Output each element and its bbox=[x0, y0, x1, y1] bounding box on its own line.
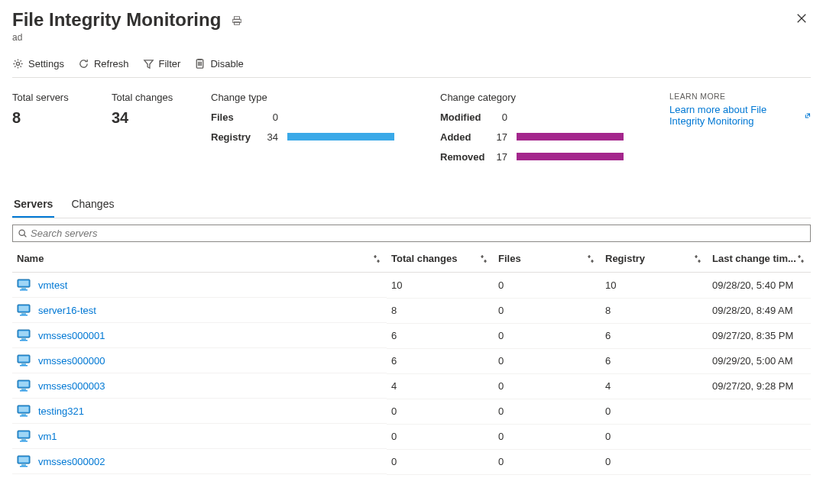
cell-registry: 10 bbox=[601, 273, 708, 299]
svg-rect-43 bbox=[21, 464, 26, 466]
svg-rect-23 bbox=[21, 338, 26, 340]
removed-bar bbox=[517, 153, 624, 160]
toolbar: Settings Refresh Filter Disable bbox=[12, 58, 811, 78]
svg-rect-19 bbox=[21, 313, 26, 315]
server-link[interactable]: server16-test bbox=[38, 305, 96, 316]
cell-files: 0 bbox=[494, 399, 601, 424]
added-bar bbox=[517, 133, 624, 141]
svg-rect-31 bbox=[21, 389, 26, 390]
tab-servers[interactable]: Servers bbox=[12, 192, 54, 218]
cell-last bbox=[708, 399, 811, 424]
cell-total: 0 bbox=[387, 399, 494, 424]
close-button[interactable] bbox=[792, 9, 811, 27]
disable-label: Disable bbox=[210, 58, 243, 69]
modified-value: 0 bbox=[494, 111, 517, 123]
table-row: vmsses00000160609/27/20, 8:35 PM bbox=[12, 323, 811, 348]
col-name[interactable]: Name bbox=[12, 245, 387, 273]
svg-rect-39 bbox=[21, 439, 26, 441]
cell-total: 6 bbox=[387, 348, 494, 373]
registry-value: 34 bbox=[264, 131, 287, 143]
cell-total: 8 bbox=[387, 298, 494, 323]
svg-rect-42 bbox=[19, 457, 29, 463]
server-link[interactable]: vmsses000000 bbox=[38, 355, 105, 367]
svg-rect-38 bbox=[19, 432, 29, 438]
filter-label: Filter bbox=[159, 58, 181, 69]
server-link[interactable]: vmsses000002 bbox=[38, 456, 105, 467]
server-icon bbox=[17, 405, 31, 417]
disable-button[interactable]: Disable bbox=[194, 58, 243, 69]
total-changes-value: 34 bbox=[112, 109, 180, 127]
table-row: vmsses000002000 bbox=[12, 449, 811, 474]
col-last-change[interactable]: Last change tim... bbox=[708, 245, 811, 273]
server-link[interactable]: vm1 bbox=[38, 431, 57, 442]
cell-last: 09/28/20, 8:49 AM bbox=[708, 298, 811, 323]
page-title: File Integrity Monitoring bbox=[12, 9, 221, 31]
server-link[interactable]: vmtest bbox=[38, 279, 67, 291]
server-icon bbox=[17, 304, 31, 316]
cell-files: 0 bbox=[494, 373, 601, 399]
cell-files: 0 bbox=[494, 449, 601, 474]
removed-label: Removed bbox=[440, 151, 494, 163]
added-value: 17 bbox=[494, 131, 517, 143]
registry-bar bbox=[287, 133, 394, 141]
cell-total: 0 bbox=[387, 449, 494, 474]
table-row: vmtest1001009/28/20, 5:40 PM bbox=[12, 273, 811, 299]
cell-last: 09/27/20, 8:35 PM bbox=[708, 323, 811, 348]
svg-rect-22 bbox=[19, 331, 29, 337]
change-category-block: Change category Modified 0 Added 17 Remo… bbox=[440, 92, 639, 170]
files-value: 0 bbox=[264, 111, 287, 123]
server-icon bbox=[17, 455, 31, 467]
cell-total: 4 bbox=[387, 373, 494, 399]
server-link[interactable]: vmsses000003 bbox=[38, 380, 105, 392]
search-icon bbox=[18, 228, 28, 238]
col-total-changes[interactable]: Total changes bbox=[387, 245, 494, 273]
search-wrapper[interactable] bbox=[12, 225, 811, 242]
svg-rect-30 bbox=[19, 382, 29, 387]
cell-registry: 6 bbox=[601, 323, 708, 348]
change-type-label: Change type bbox=[211, 92, 410, 103]
table-row: vmsses00000340409/27/20, 9:28 PM bbox=[12, 373, 811, 399]
filter-button[interactable]: Filter bbox=[143, 58, 181, 69]
cell-last bbox=[708, 449, 811, 474]
svg-rect-44 bbox=[20, 466, 28, 467]
svg-rect-27 bbox=[21, 363, 26, 365]
cell-last bbox=[708, 424, 811, 449]
cell-files: 0 bbox=[494, 323, 601, 348]
cell-registry: 8 bbox=[601, 298, 708, 323]
refresh-button[interactable]: Refresh bbox=[78, 58, 129, 69]
print-icon[interactable] bbox=[232, 9, 242, 31]
refresh-label: Refresh bbox=[94, 58, 129, 69]
svg-point-11 bbox=[19, 230, 24, 235]
svg-rect-28 bbox=[20, 365, 28, 367]
server-link[interactable]: testing321 bbox=[38, 405, 84, 417]
settings-button[interactable]: Settings bbox=[12, 58, 64, 69]
col-registry[interactable]: Registry bbox=[601, 245, 708, 273]
svg-point-5 bbox=[16, 62, 19, 65]
added-label: Added bbox=[440, 131, 494, 143]
total-servers-value: 8 bbox=[12, 109, 81, 127]
cell-files: 0 bbox=[494, 273, 601, 299]
svg-line-12 bbox=[24, 235, 27, 237]
cell-total: 0 bbox=[387, 424, 494, 449]
svg-rect-34 bbox=[19, 407, 29, 412]
change-type-block: Change type Files 0 Registry 34 bbox=[211, 92, 410, 170]
cell-last: 09/27/20, 9:28 PM bbox=[708, 373, 811, 399]
learn-more-heading: LEARN MORE bbox=[669, 92, 811, 101]
table-row: server16-test80809/28/20, 8:49 AM bbox=[12, 298, 811, 323]
learn-more-link[interactable]: Learn more about File Integrity Monitori… bbox=[669, 104, 811, 127]
svg-rect-26 bbox=[19, 357, 29, 362]
table-row: vmsses00000060609/29/20, 5:00 AM bbox=[12, 348, 811, 373]
cell-total: 6 bbox=[387, 323, 494, 348]
server-icon bbox=[17, 329, 31, 341]
tab-changes[interactable]: Changes bbox=[70, 192, 115, 218]
server-link[interactable]: vmsses000001 bbox=[38, 330, 105, 341]
col-files[interactable]: Files bbox=[494, 245, 601, 273]
svg-rect-35 bbox=[21, 414, 26, 415]
cell-files: 0 bbox=[494, 424, 601, 449]
cell-registry: 6 bbox=[601, 348, 708, 373]
svg-rect-24 bbox=[20, 340, 28, 341]
total-servers-label: Total servers bbox=[12, 92, 81, 103]
search-input[interactable] bbox=[31, 228, 805, 239]
table-row: testing321000 bbox=[12, 399, 811, 424]
cell-registry: 0 bbox=[601, 449, 708, 474]
